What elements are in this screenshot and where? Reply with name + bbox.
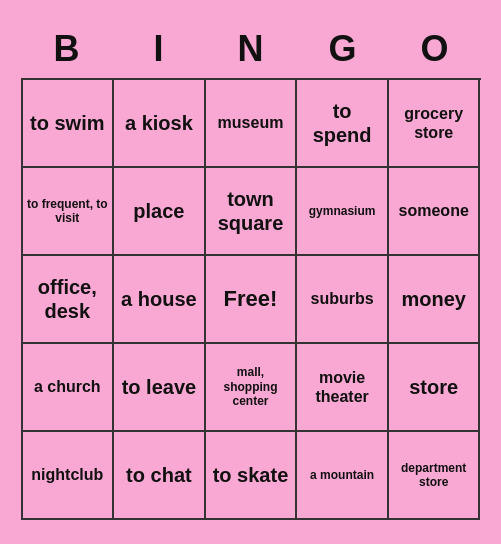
bingo-cell-18: movie theater (297, 344, 389, 432)
header-letter-G: G (297, 24, 389, 74)
bingo-cell-3: to spend (297, 80, 389, 168)
bingo-cell-22: to skate (206, 432, 298, 520)
bingo-cell-17: mall, shopping center (206, 344, 298, 432)
bingo-cell-7: town square (206, 168, 298, 256)
bingo-cell-16: to leave (114, 344, 206, 432)
bingo-cell-15: a church (23, 344, 115, 432)
bingo-cell-11: a house (114, 256, 206, 344)
bingo-grid: to swima kioskmuseumto spendgrocery stor… (21, 78, 481, 520)
bingo-header: BINGO (21, 24, 481, 74)
bingo-cell-8: gymnasium (297, 168, 389, 256)
header-letter-B: B (21, 24, 113, 74)
bingo-cell-10: office, desk (23, 256, 115, 344)
bingo-cell-2: museum (206, 80, 298, 168)
bingo-cell-5: to frequent, to visit (23, 168, 115, 256)
header-letter-I: I (113, 24, 205, 74)
bingo-cell-1: a kiosk (114, 80, 206, 168)
bingo-cell-23: a mountain (297, 432, 389, 520)
bingo-card: BINGO to swima kioskmuseumto spendgrocer… (11, 14, 491, 530)
bingo-cell-6: place (114, 168, 206, 256)
bingo-cell-24: department store (389, 432, 481, 520)
bingo-cell-21: to chat (114, 432, 206, 520)
bingo-cell-19: store (389, 344, 481, 432)
header-letter-O: O (389, 24, 481, 74)
bingo-cell-14: money (389, 256, 481, 344)
bingo-cell-13: suburbs (297, 256, 389, 344)
bingo-cell-12: Free! (206, 256, 298, 344)
bingo-cell-9: someone (389, 168, 481, 256)
bingo-cell-0: to swim (23, 80, 115, 168)
bingo-cell-4: grocery store (389, 80, 481, 168)
header-letter-N: N (205, 24, 297, 74)
bingo-cell-20: nightclub (23, 432, 115, 520)
